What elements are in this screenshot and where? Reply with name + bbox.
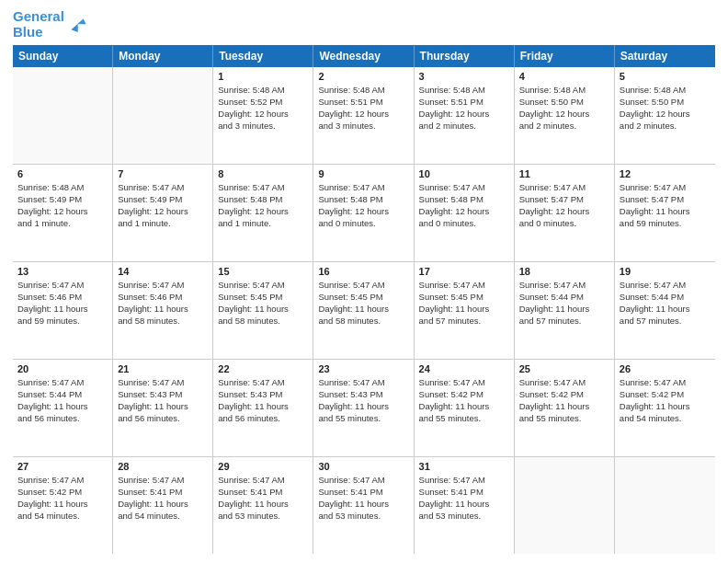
calendar-cell-r2c5: 18Sunrise: 5:47 AM Sunset: 5:44 PM Dayli… xyxy=(515,262,615,359)
cell-info: Sunrise: 5:47 AM Sunset: 5:49 PM Dayligh… xyxy=(118,182,208,229)
cell-info: Sunrise: 5:48 AM Sunset: 5:51 PM Dayligh… xyxy=(318,85,408,132)
calendar-cell-r0c6: 5Sunrise: 5:48 AM Sunset: 5:50 PM Daylig… xyxy=(615,67,715,164)
cell-info: Sunrise: 5:47 AM Sunset: 5:43 PM Dayligh… xyxy=(118,377,208,424)
calendar-cell-r2c1: 14Sunrise: 5:47 AM Sunset: 5:46 PM Dayli… xyxy=(113,262,213,359)
calendar-header: SundayMondayTuesdayWednesdayThursdayFrid… xyxy=(13,45,715,67)
day-number: 13 xyxy=(17,265,108,278)
day-number: 15 xyxy=(218,265,308,278)
calendar-row-4: 20Sunrise: 5:47 AM Sunset: 5:44 PM Dayli… xyxy=(13,360,715,457)
calendar-cell-r4c3: 30Sunrise: 5:47 AM Sunset: 5:41 PM Dayli… xyxy=(313,457,414,554)
cell-info: Sunrise: 5:47 AM Sunset: 5:41 PM Dayligh… xyxy=(118,475,208,522)
day-number: 26 xyxy=(620,362,711,375)
cell-info: Sunrise: 5:47 AM Sunset: 5:46 PM Dayligh… xyxy=(118,280,208,327)
day-number: 1 xyxy=(218,70,308,83)
cell-info: Sunrise: 5:47 AM Sunset: 5:47 PM Dayligh… xyxy=(519,182,609,229)
day-number: 4 xyxy=(519,70,609,83)
cell-info: Sunrise: 5:47 AM Sunset: 5:43 PM Dayligh… xyxy=(218,377,308,424)
calendar-cell-r0c2: 1Sunrise: 5:48 AM Sunset: 5:52 PM Daylig… xyxy=(213,67,313,164)
calendar-cell-r1c4: 10Sunrise: 5:47 AM Sunset: 5:48 PM Dayli… xyxy=(415,165,515,261)
cell-info: Sunrise: 5:47 AM Sunset: 5:45 PM Dayligh… xyxy=(218,280,308,327)
day-number: 19 xyxy=(620,265,711,278)
day-number: 2 xyxy=(318,70,408,83)
calendar-cell-r0c1 xyxy=(113,67,213,164)
cell-info: Sunrise: 5:47 AM Sunset: 5:42 PM Dayligh… xyxy=(519,377,609,424)
calendar-cell-r0c0 xyxy=(13,67,113,164)
calendar-cell-r1c0: 6Sunrise: 5:48 AM Sunset: 5:49 PM Daylig… xyxy=(13,165,113,261)
calendar-cell-r4c5 xyxy=(515,457,615,554)
logo-text: General Blue xyxy=(13,9,64,40)
calendar-cell-r2c4: 17Sunrise: 5:47 AM Sunset: 5:45 PM Dayli… xyxy=(415,262,515,359)
cell-info: Sunrise: 5:48 AM Sunset: 5:50 PM Dayligh… xyxy=(620,85,711,132)
day-number: 6 xyxy=(17,167,108,180)
calendar-cell-r1c2: 8Sunrise: 5:47 AM Sunset: 5:48 PM Daylig… xyxy=(213,165,313,261)
weekday-header-tuesday: Tuesday xyxy=(213,45,313,67)
weekday-header-thursday: Thursday xyxy=(415,45,515,67)
day-number: 25 xyxy=(519,362,609,375)
calendar-cell-r4c4: 31Sunrise: 5:47 AM Sunset: 5:41 PM Dayli… xyxy=(415,457,515,554)
day-number: 9 xyxy=(318,167,408,180)
calendar-row-5: 27Sunrise: 5:47 AM Sunset: 5:42 PM Dayli… xyxy=(13,457,715,554)
day-number: 10 xyxy=(419,167,509,180)
weekday-header-wednesday: Wednesday xyxy=(313,45,414,67)
cell-info: Sunrise: 5:47 AM Sunset: 5:43 PM Dayligh… xyxy=(318,377,408,424)
calendar-cell-r3c5: 25Sunrise: 5:47 AM Sunset: 5:42 PM Dayli… xyxy=(515,360,615,456)
calendar-cell-r4c0: 27Sunrise: 5:47 AM Sunset: 5:42 PM Dayli… xyxy=(13,457,113,554)
calendar-row-3: 13Sunrise: 5:47 AM Sunset: 5:46 PM Dayli… xyxy=(13,262,715,360)
cell-info: Sunrise: 5:47 AM Sunset: 5:44 PM Dayligh… xyxy=(17,377,108,424)
cell-info: Sunrise: 5:47 AM Sunset: 5:48 PM Dayligh… xyxy=(318,182,408,229)
calendar-cell-r0c3: 2Sunrise: 5:48 AM Sunset: 5:51 PM Daylig… xyxy=(313,67,414,164)
day-number: 20 xyxy=(17,362,108,375)
day-number: 17 xyxy=(419,265,509,278)
cell-info: Sunrise: 5:47 AM Sunset: 5:45 PM Dayligh… xyxy=(318,280,408,327)
day-number: 24 xyxy=(419,362,509,375)
calendar-cell-r4c6 xyxy=(615,457,715,554)
day-number: 30 xyxy=(318,460,408,473)
day-number: 7 xyxy=(118,167,208,180)
day-number: 8 xyxy=(218,167,308,180)
calendar-cell-r0c5: 4Sunrise: 5:48 AM Sunset: 5:50 PM Daylig… xyxy=(515,67,615,164)
cell-info: Sunrise: 5:48 AM Sunset: 5:49 PM Dayligh… xyxy=(17,182,108,229)
calendar-cell-r1c3: 9Sunrise: 5:47 AM Sunset: 5:48 PM Daylig… xyxy=(313,165,414,261)
cell-info: Sunrise: 5:47 AM Sunset: 5:41 PM Dayligh… xyxy=(318,475,408,522)
header: General Blue xyxy=(13,9,715,40)
cell-info: Sunrise: 5:48 AM Sunset: 5:50 PM Dayligh… xyxy=(519,85,609,132)
calendar-cell-r3c1: 21Sunrise: 5:47 AM Sunset: 5:43 PM Dayli… xyxy=(113,360,213,456)
day-number: 23 xyxy=(318,362,408,375)
day-number: 11 xyxy=(519,167,609,180)
calendar-cell-r2c2: 15Sunrise: 5:47 AM Sunset: 5:45 PM Dayli… xyxy=(213,262,313,359)
cell-info: Sunrise: 5:48 AM Sunset: 5:51 PM Dayligh… xyxy=(419,85,509,132)
day-number: 22 xyxy=(218,362,308,375)
day-number: 18 xyxy=(519,265,609,278)
calendar: SundayMondayTuesdayWednesdayThursdayFrid… xyxy=(13,45,715,554)
day-number: 14 xyxy=(118,265,208,278)
day-number: 27 xyxy=(17,460,108,473)
calendar-cell-r3c0: 20Sunrise: 5:47 AM Sunset: 5:44 PM Dayli… xyxy=(13,360,113,456)
day-number: 3 xyxy=(419,70,509,83)
cell-info: Sunrise: 5:47 AM Sunset: 5:41 PM Dayligh… xyxy=(419,475,509,522)
calendar-cell-r1c6: 12Sunrise: 5:47 AM Sunset: 5:47 PM Dayli… xyxy=(615,165,715,261)
calendar-cell-r3c3: 23Sunrise: 5:47 AM Sunset: 5:43 PM Dayli… xyxy=(313,360,414,456)
calendar-cell-r2c6: 19Sunrise: 5:47 AM Sunset: 5:44 PM Dayli… xyxy=(615,262,715,359)
day-number: 16 xyxy=(318,265,408,278)
weekday-header-sunday: Sunday xyxy=(13,45,113,67)
page: General Blue SundayMondayTuesdayWednesda… xyxy=(0,0,728,563)
cell-info: Sunrise: 5:47 AM Sunset: 5:42 PM Dayligh… xyxy=(419,377,509,424)
day-number: 21 xyxy=(118,362,208,375)
cell-info: Sunrise: 5:47 AM Sunset: 5:47 PM Dayligh… xyxy=(620,182,711,229)
calendar-cell-r0c4: 3Sunrise: 5:48 AM Sunset: 5:51 PM Daylig… xyxy=(415,67,515,164)
weekday-header-monday: Monday xyxy=(113,45,213,67)
calendar-cell-r3c4: 24Sunrise: 5:47 AM Sunset: 5:42 PM Dayli… xyxy=(415,360,515,456)
calendar-cell-r4c1: 28Sunrise: 5:47 AM Sunset: 5:41 PM Dayli… xyxy=(113,457,213,554)
calendar-cell-r3c2: 22Sunrise: 5:47 AM Sunset: 5:43 PM Dayli… xyxy=(213,360,313,456)
day-number: 12 xyxy=(620,167,711,180)
calendar-cell-r2c0: 13Sunrise: 5:47 AM Sunset: 5:46 PM Dayli… xyxy=(13,262,113,359)
day-number: 28 xyxy=(118,460,208,473)
cell-info: Sunrise: 5:47 AM Sunset: 5:48 PM Dayligh… xyxy=(419,182,509,229)
cell-info: Sunrise: 5:47 AM Sunset: 5:42 PM Dayligh… xyxy=(17,475,108,522)
weekday-header-saturday: Saturday xyxy=(615,45,715,67)
calendar-cell-r1c5: 11Sunrise: 5:47 AM Sunset: 5:47 PM Dayli… xyxy=(515,165,615,261)
calendar-row-2: 6Sunrise: 5:48 AM Sunset: 5:49 PM Daylig… xyxy=(13,165,715,262)
day-number: 29 xyxy=(218,460,308,473)
calendar-cell-r2c3: 16Sunrise: 5:47 AM Sunset: 5:45 PM Dayli… xyxy=(313,262,414,359)
cell-info: Sunrise: 5:47 AM Sunset: 5:44 PM Dayligh… xyxy=(519,280,609,327)
